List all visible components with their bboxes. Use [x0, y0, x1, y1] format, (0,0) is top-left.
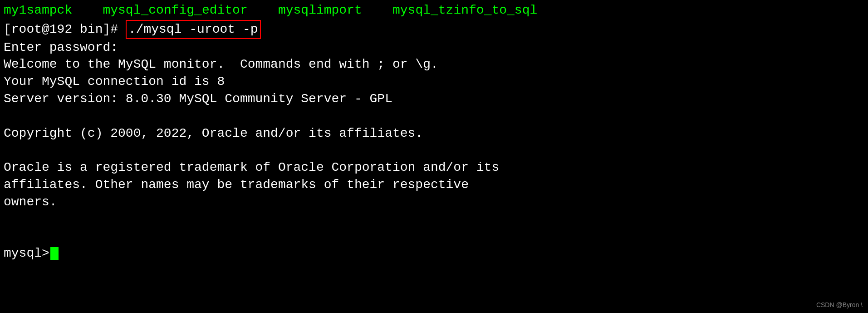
- output-line-9: [4, 228, 864, 245]
- tool-name-2: mysql_config_editor: [103, 2, 247, 19]
- spacer-3: [362, 2, 392, 19]
- empty-line-3: [4, 211, 864, 228]
- output-line-2: Welcome to the MySQL monitor. Commands e…: [4, 56, 864, 73]
- shell-prompt: [root@192 bin]#: [4, 21, 118, 38]
- command-line: [root@192 bin]# ./mysql -uroot -p: [4, 20, 864, 39]
- watermark: CSDN @Byron \: [816, 301, 863, 309]
- output-line-6: Oracle is a registered trademark of Orac…: [4, 159, 864, 176]
- mysql-prompt-line: mysql>: [4, 245, 864, 262]
- command-input[interactable]: ./mysql -uroot -p: [126, 20, 261, 39]
- output-line-7: affiliates. Other names may be trademark…: [4, 176, 864, 194]
- spacer-2: [248, 2, 278, 19]
- mysql-prompt: mysql>: [4, 245, 49, 262]
- spacer-1: [72, 2, 103, 19]
- empty-line-1: [4, 108, 864, 125]
- cursor: [50, 247, 59, 260]
- top-line: my1sampck mysql_config_editor mysqlimpor…: [4, 2, 864, 19]
- tool-name-4: mysql_tzinfo_to_sql: [392, 2, 537, 19]
- output-line-4: Server version: 8.0.30 MySQL Community S…: [4, 90, 864, 108]
- output-line-8: owners.: [4, 194, 864, 211]
- tool-name-1: my1sampck: [4, 2, 72, 19]
- tool-name-3: mysqlimport: [278, 2, 362, 19]
- output-line-1: Enter password:: [4, 39, 864, 56]
- empty-line-2: [4, 142, 864, 159]
- terminal-window: my1sampck mysql_config_editor mysqlimpor…: [0, 0, 868, 313]
- space-before-cmd: [118, 21, 126, 38]
- output-line-3: Your MySQL connection id is 8: [4, 73, 864, 90]
- output-line-5: Copyright (c) 2000, 2022, Oracle and/or …: [4, 125, 864, 142]
